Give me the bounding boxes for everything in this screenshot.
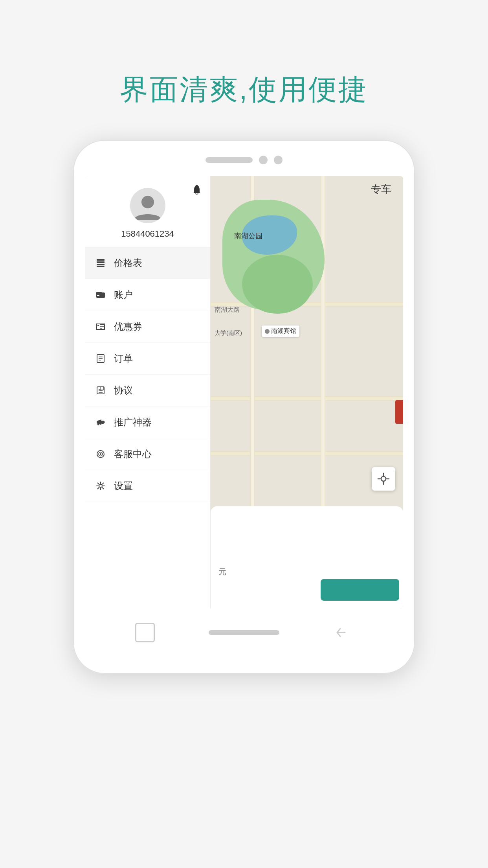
- hotel-marker: 南湖宾馆: [262, 326, 299, 337]
- menu-item-settings[interactable]: 设置: [85, 470, 210, 502]
- price-table-icon: [94, 259, 107, 267]
- phone-top-bar: [85, 152, 403, 168]
- svg-rect-4: [97, 264, 105, 265]
- agreement-icon: [94, 386, 107, 395]
- phone-camera-2: [274, 156, 283, 164]
- menu-item-price[interactable]: 价格表: [85, 247, 210, 279]
- location-button[interactable]: [372, 467, 395, 491]
- drawer-menu: 15844061234 价格表: [85, 176, 211, 609]
- promo-icon: [94, 418, 107, 427]
- confirm-button[interactable]: [321, 579, 399, 601]
- university-label: 大学(南区): [215, 329, 242, 337]
- svg-rect-7: [96, 292, 102, 294]
- page-title: 界面清爽,使用便捷: [120, 71, 368, 108]
- menu-label-account: 账户: [114, 289, 133, 301]
- phone-speaker: [205, 157, 253, 163]
- coupon-icon: [94, 322, 107, 331]
- road-label: 南湖大路: [215, 306, 240, 314]
- nav-home-bar[interactable]: [209, 630, 279, 635]
- menu-item-order[interactable]: 订单: [85, 343, 210, 375]
- svg-rect-8: [97, 295, 99, 296]
- menu-label-agreement: 协议: [114, 384, 133, 397]
- menu-item-service[interactable]: 客服中心: [85, 438, 210, 470]
- svg-point-26: [100, 453, 101, 455]
- svg-point-28: [381, 476, 386, 481]
- nav-recent-icon[interactable]: [135, 623, 155, 642]
- bottom-panel: 元: [211, 506, 403, 609]
- svg-rect-3: [97, 261, 105, 263]
- menu-label-order: 订单: [114, 352, 133, 365]
- map-area: 南湖公园 南湖大路 南湖宾馆 大学(南区) 专车: [211, 176, 403, 609]
- account-icon: [94, 291, 107, 299]
- svg-rect-2: [97, 259, 105, 261]
- menu-item-promo[interactable]: 推广神器: [85, 406, 210, 438]
- menu-item-coupon[interactable]: 优惠券: [85, 311, 210, 343]
- user-avatar[interactable]: [130, 188, 165, 223]
- map-marker-red: [395, 400, 403, 424]
- order-icon: [94, 354, 107, 363]
- menu-label-service: 客服中心: [114, 448, 152, 460]
- svg-point-27: [99, 484, 102, 487]
- menu-label-price: 价格表: [114, 257, 142, 269]
- menu-item-agreement[interactable]: 协议: [85, 375, 210, 406]
- svg-rect-5: [97, 266, 105, 267]
- svg-rect-21: [100, 387, 103, 390]
- drawer-menu-list: 价格表 账户: [85, 247, 210, 609]
- price-label: 元: [218, 566, 226, 577]
- svg-point-9: [97, 325, 99, 326]
- nav-back-icon[interactable]: [333, 625, 353, 640]
- taxi-type-label: 专车: [371, 182, 391, 196]
- menu-label-coupon: 优惠券: [114, 320, 142, 333]
- user-phone-number: 15844061234: [121, 229, 174, 239]
- phone-camera-1: [259, 156, 268, 164]
- svg-rect-23: [97, 423, 99, 425]
- svg-point-1: [141, 196, 154, 208]
- service-icon: [94, 450, 107, 458]
- phone-screen: 15844061234 价格表: [85, 176, 403, 609]
- settings-icon: [94, 482, 107, 490]
- phone-bottom-nav: [85, 615, 403, 650]
- notification-bell-icon[interactable]: [191, 184, 202, 199]
- menu-label-settings: 设置: [114, 480, 133, 492]
- menu-label-promo: 推广神器: [114, 416, 152, 428]
- phone-frame: 15844061234 价格表: [73, 140, 415, 674]
- menu-item-account[interactable]: 账户: [85, 279, 210, 311]
- svg-rect-22: [101, 421, 104, 424]
- drawer-header: 15844061234: [85, 176, 210, 247]
- park-label: 南湖公园: [234, 231, 262, 241]
- map-background: 南湖公园 南湖大路 南湖宾馆 大学(南区) 专车: [211, 176, 403, 609]
